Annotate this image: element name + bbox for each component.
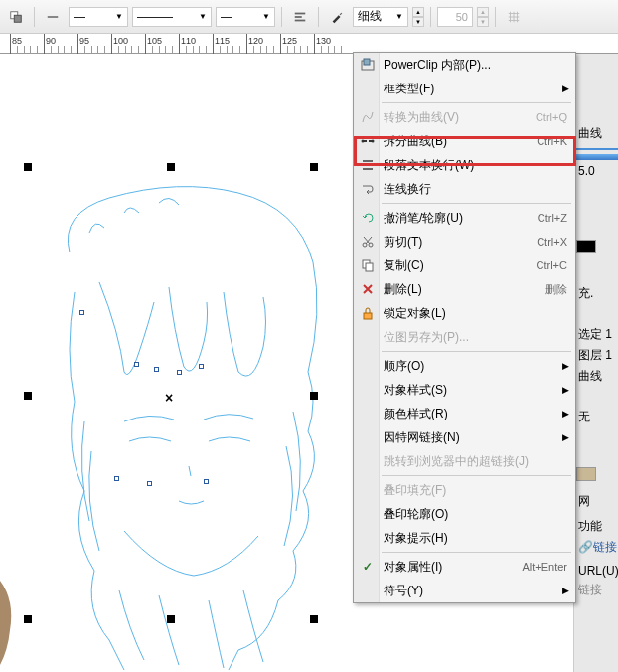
menu-item-label: 框类型(F) — [384, 81, 567, 97]
menu-item-label: PowerClip 内部(P)... — [384, 57, 567, 74]
menu-item-jumplink: 跳转到浏览器中的超链接(J) — [354, 449, 575, 473]
grid-snap-icon — [502, 5, 526, 29]
menu-item-label: 转换为曲线(V) — [384, 109, 536, 126]
stroke-style-dropdown[interactable]: 细线▼ — [353, 7, 408, 27]
selection-handle[interactable] — [167, 163, 175, 171]
menu-item-lock[interactable]: 锁定对象(L) — [354, 301, 575, 325]
menu-item-hyperlink[interactable]: 因特网链接(N)▶ — [354, 425, 575, 449]
opacity-input — [437, 7, 473, 27]
lock-icon — [360, 305, 376, 321]
menu-item-label: 删除(L) — [384, 281, 545, 298]
menu-item-delete[interactable]: 删除(L)删除 — [354, 277, 575, 301]
submenu-arrow-icon: ▶ — [562, 361, 569, 371]
menu-item-label: 颜色样式(R) — [384, 406, 567, 422]
bring-front-icon[interactable] — [4, 5, 28, 29]
panel-link-tail: 链接 — [574, 580, 618, 600]
menu-separator — [382, 552, 571, 553]
paratext-icon — [360, 157, 376, 173]
color-swatch-black[interactable] — [576, 240, 596, 253]
undo-icon — [360, 210, 376, 226]
properties-docker: 曲线 5.0 充. 选定 1 图层 1 曲线 无 网 功能 🔗链接 URL(U)… — [573, 54, 618, 672]
menu-item-objstyle[interactable]: 对象样式(S)▶ — [354, 378, 575, 402]
panel-selected-label: 选定 1 — [574, 324, 618, 345]
context-menu: PowerClip 内部(P)...框类型(F)▶转换为曲线(V)Ctrl+Q拆… — [353, 52, 576, 603]
menu-item-undo[interactable]: 撤消笔/轮廓(U)Ctrl+Z — [354, 206, 575, 230]
svg-rect-3 — [295, 12, 306, 14]
menu-item-objhint[interactable]: 对象提示(H) — [354, 526, 575, 550]
menu-item-shortcut: Ctrl+K — [537, 135, 567, 147]
menu-item-colorstyle[interactable]: 颜色样式(R)▶ — [354, 402, 575, 425]
menu-item-label: 对象提示(H) — [384, 530, 567, 547]
submenu-arrow-icon: ▶ — [562, 385, 569, 395]
color-swatch-tan[interactable] — [576, 467, 596, 481]
menu-item-linewrap[interactable]: 连线换行 — [354, 177, 575, 201]
menu-item-label: 连线换行 — [384, 181, 567, 198]
svg-rect-5 — [295, 19, 306, 21]
menu-separator — [382, 475, 571, 476]
menu-item-order[interactable]: 顺序(O)▶ — [354, 354, 575, 378]
menu-item-shortcut: Alt+Enter — [522, 561, 567, 573]
menu-item-breakapart[interactable]: 拆分曲线(B)Ctrl+K — [354, 129, 575, 153]
menu-separator — [382, 203, 571, 204]
powerclip-icon — [360, 57, 376, 73]
menu-item-shortcut: Ctrl+C — [537, 259, 567, 271]
selection-handle[interactable] — [24, 615, 32, 623]
wrap-text-icon[interactable] — [288, 5, 312, 29]
menu-item-powerclip[interactable]: PowerClip 内部(P)... — [354, 53, 575, 77]
selection-handle[interactable] — [310, 615, 318, 623]
selection-handle[interactable] — [24, 392, 32, 400]
node-anchor[interactable] — [134, 362, 139, 367]
selection-handle[interactable] — [310, 392, 318, 400]
selection-handle[interactable] — [167, 615, 175, 623]
pen-icon[interactable] — [325, 5, 349, 29]
node-anchor[interactable] — [204, 479, 209, 484]
menu-item-copy[interactable]: 复制(C)Ctrl+C — [354, 253, 575, 277]
line-style-start-icon[interactable] — [41, 5, 65, 29]
menu-item-frametype[interactable]: 框类型(F)▶ — [354, 77, 575, 100]
line-start-dropdown[interactable]: —▼ — [69, 7, 128, 27]
line-end-dropdown[interactable]: —▼ — [216, 7, 275, 27]
menu-item-overfill: 叠印填充(F) — [354, 478, 575, 502]
line-pattern-dropdown[interactable]: ———▼ — [132, 7, 212, 27]
menu-item-paratext[interactable]: 段落文本换行(W) — [354, 153, 575, 177]
menu-item-shortcut: Ctrl+Q — [536, 111, 567, 123]
panel-url-label: URL(U): — [574, 562, 618, 580]
menu-item-objprop[interactable]: ✓对象属性(I)Alt+Enter — [354, 555, 575, 579]
submenu-arrow-icon: ▶ — [562, 586, 569, 595]
curves-icon — [360, 109, 376, 125]
panel-net-label: 网 — [574, 491, 618, 512]
menu-separator — [382, 102, 571, 103]
menu-item-overoutline[interactable]: 叠印轮廓(O) — [354, 502, 575, 526]
submenu-arrow-icon: ▶ — [562, 432, 569, 442]
selection-center[interactable]: × — [165, 390, 173, 406]
copy-icon — [360, 257, 376, 273]
cut-icon — [360, 234, 376, 250]
menu-item-cut[interactable]: 剪切(T)Ctrl+X — [354, 230, 575, 253]
character-sketch — [30, 173, 358, 672]
svg-rect-23 — [364, 313, 372, 319]
svg-rect-4 — [295, 16, 302, 18]
submenu-arrow-icon: ▶ — [562, 409, 569, 419]
menu-item-label: 叠印填充(F) — [384, 482, 567, 499]
selection-handle[interactable] — [24, 163, 32, 171]
menu-item-symbol[interactable]: 符号(Y)▶ — [354, 579, 575, 602]
node-anchor[interactable] — [154, 367, 159, 372]
svg-rect-18 — [363, 168, 373, 170]
panel-link-label[interactable]: 🔗链接 — [574, 537, 618, 558]
menu-item-label: 复制(C) — [384, 257, 537, 274]
menu-item-label: 剪切(T) — [384, 234, 537, 251]
node-anchor[interactable] — [147, 481, 152, 486]
node-anchor[interactable] — [114, 476, 119, 481]
node-anchor[interactable] — [177, 370, 182, 375]
node-anchor[interactable] — [199, 364, 204, 369]
selection-handle[interactable] — [310, 163, 318, 171]
menu-item-label: 顺序(O) — [384, 358, 567, 375]
panel-value: 5.0 — [574, 162, 618, 180]
opacity-spin: ▲▼ — [477, 7, 489, 27]
node-anchor[interactable] — [79, 310, 84, 315]
menu-item-label: 符号(Y) — [384, 583, 567, 599]
stroke-style-label: 细线 — [358, 8, 382, 25]
panel-fill-label: 充. — [574, 283, 618, 304]
stroke-spin[interactable]: ▲▼ — [412, 7, 424, 27]
menu-item-label: 因特网链接(N) — [384, 429, 567, 446]
